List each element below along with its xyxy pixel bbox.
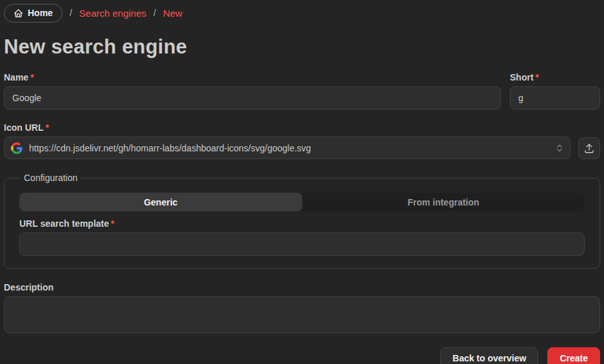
breadcrumb-home-button[interactable]: Home bbox=[4, 4, 63, 23]
breadcrumb: Home / Search engines / New bbox=[4, 3, 600, 23]
short-label: Short* bbox=[510, 73, 600, 82]
back-to-overview-button[interactable]: Back to overview bbox=[440, 347, 538, 364]
icon-url-input[interactable] bbox=[4, 137, 570, 159]
icon-url-label: Icon URL* bbox=[4, 123, 600, 133]
description-label: Description bbox=[4, 283, 600, 292]
required-asterisk: * bbox=[536, 72, 539, 82]
short-field-group: Short* bbox=[510, 73, 600, 110]
form-actions: Back to overview Create bbox=[4, 347, 600, 364]
home-icon bbox=[14, 8, 23, 18]
name-field-group: Name* bbox=[4, 73, 501, 110]
tab-from-integration[interactable]: From integration bbox=[302, 193, 585, 211]
required-asterisk: * bbox=[111, 218, 114, 229]
configuration-tabs: Generic From integration bbox=[19, 193, 585, 211]
upload-icon bbox=[583, 142, 595, 154]
description-field-group: Description bbox=[4, 283, 600, 336]
url-search-template-group: URL search template* bbox=[19, 219, 585, 256]
required-asterisk: * bbox=[30, 72, 34, 82]
icon-url-combobox bbox=[4, 137, 570, 159]
breadcrumb-link-new[interactable]: New bbox=[163, 8, 182, 19]
name-label: Name* bbox=[4, 73, 501, 82]
breadcrumb-home-label: Home bbox=[28, 8, 53, 18]
breadcrumb-separator: / bbox=[153, 8, 156, 18]
configuration-fieldset: Configuration Generic From integration U… bbox=[4, 173, 600, 269]
configuration-legend: Configuration bbox=[21, 173, 81, 183]
url-search-template-input[interactable] bbox=[19, 233, 585, 256]
breadcrumb-separator: / bbox=[70, 8, 72, 18]
name-input[interactable] bbox=[4, 86, 501, 110]
name-short-row: Name* Short* bbox=[4, 73, 600, 110]
description-textarea[interactable] bbox=[4, 296, 600, 333]
breadcrumb-link-search-engines[interactable]: Search engines bbox=[79, 8, 146, 19]
page-title: New search engine bbox=[4, 35, 600, 59]
new-search-engine-page: Home / Search engines / New New search e… bbox=[0, 0, 604, 364]
icon-url-field-group: Icon URL* bbox=[4, 123, 600, 159]
upload-icon-button[interactable] bbox=[578, 137, 600, 159]
create-button[interactable]: Create bbox=[547, 347, 600, 364]
short-input[interactable] bbox=[510, 86, 600, 110]
url-search-template-label: URL search template* bbox=[19, 219, 585, 229]
required-asterisk: * bbox=[45, 122, 48, 133]
tab-generic[interactable]: Generic bbox=[19, 193, 302, 211]
